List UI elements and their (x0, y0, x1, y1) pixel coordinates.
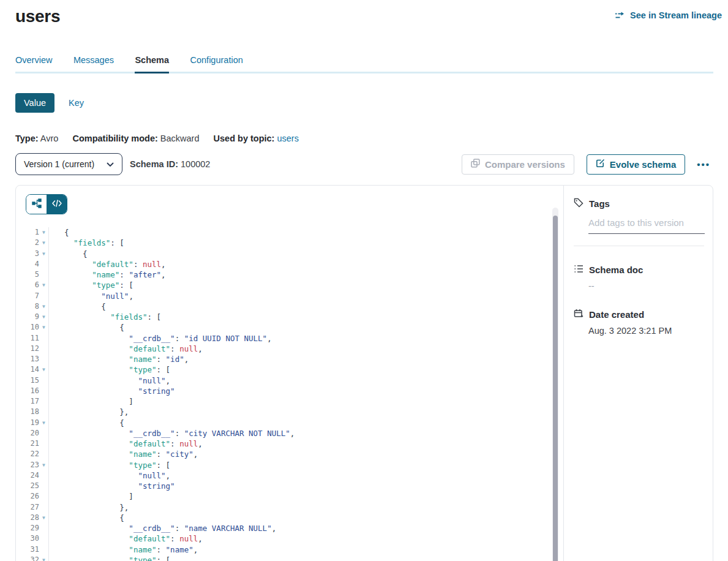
tab-configuration[interactable]: Configuration (190, 55, 243, 73)
line-number: 32 (26, 555, 39, 561)
tab-schema[interactable]: Schema (135, 55, 169, 73)
code-line: 30 "default": null, (26, 533, 563, 544)
schema-id-value: 100002 (181, 159, 210, 169)
edit-icon (596, 159, 605, 170)
code-scrollbar[interactable] (552, 208, 558, 561)
line-number: 24 (26, 470, 39, 481)
fold-toggle-icon[interactable]: ▼ (39, 513, 48, 523)
evolve-schema-button[interactable]: Evolve schema (587, 154, 685, 175)
fold-spacer (39, 439, 48, 449)
see-in-stream-lineage-link[interactable]: See in Stream lineage (615, 10, 722, 20)
tab-messages[interactable]: Messages (73, 55, 114, 73)
code-line: 28▼ { (26, 513, 563, 523)
fold-spacer (39, 259, 48, 269)
line-number: 15 (26, 375, 39, 386)
schema-code-pane: 1▼{2▼ "fields": [3▼ {4 "default": null,5… (16, 186, 563, 561)
tab-overview[interactable]: Overview (15, 55, 52, 73)
fold-spacer (39, 269, 48, 280)
fold-toggle-icon[interactable]: ▼ (39, 555, 48, 561)
code-line: 6▼ "type": [ (26, 280, 563, 290)
line-number: 31 (26, 544, 39, 555)
code-line-text: "string" (48, 386, 175, 396)
code-line: 18 }, (26, 407, 563, 417)
schema-doc-value: -- (588, 281, 704, 291)
line-number: 18 (26, 407, 39, 417)
fold-toggle-icon[interactable]: ▼ (39, 280, 48, 290)
schema-meta-row: Type: Avro Compatibility mode: Backward … (15, 134, 713, 143)
fold-spacer (39, 523, 48, 533)
add-tags-input[interactable] (588, 217, 705, 234)
stream-lineage-icon (615, 11, 626, 20)
line-number: 14 (26, 364, 39, 375)
value-toggle-button[interactable]: Value (15, 93, 54, 113)
schema-sidebar: Tags Schema doc -- (563, 186, 713, 561)
line-number: 29 (26, 523, 39, 533)
code-line: 19▼ { (26, 418, 563, 428)
fold-toggle-icon[interactable]: ▼ (39, 460, 48, 470)
schema-doc-heading: Schema doc (589, 265, 643, 275)
code-line-text: { (48, 301, 106, 312)
line-number: 26 (26, 491, 39, 502)
code-view-button[interactable] (47, 195, 67, 214)
tag-icon (574, 198, 584, 209)
code-line: 22 "name": "city", (26, 449, 563, 459)
code-line: 1▼{ (26, 227, 563, 238)
fold-spacer (39, 491, 48, 502)
code-line-text: "null", (48, 375, 170, 386)
line-number: 23 (26, 460, 39, 470)
line-number: 13 (26, 354, 39, 364)
fold-toggle-icon[interactable]: ▼ (39, 238, 48, 248)
fold-toggle-icon[interactable]: ▼ (39, 227, 48, 238)
line-number: 2 (26, 238, 39, 248)
tree-view-icon (32, 198, 42, 211)
code-line: 24 "null", (26, 470, 563, 481)
code-line-text: { (48, 322, 124, 333)
line-number: 16 (26, 386, 39, 396)
fold-toggle-icon[interactable]: ▼ (39, 364, 48, 375)
fold-toggle-icon[interactable]: ▼ (39, 301, 48, 312)
code-line: 32▼ "type": [ (26, 555, 563, 561)
code-line-text: "name": "after", (48, 269, 166, 280)
fold-spacer (39, 533, 48, 544)
line-number: 25 (26, 481, 39, 491)
compare-versions-button[interactable]: Compare versions (462, 154, 574, 175)
code-line: 27 }, (26, 502, 563, 513)
fold-toggle-icon[interactable]: ▼ (39, 249, 48, 259)
fold-spacer (39, 481, 48, 491)
code-line-text: "fields": [ (48, 312, 161, 322)
code-line: 12 "default": null, (26, 344, 563, 354)
fold-toggle-icon[interactable]: ▼ (39, 418, 48, 428)
code-line: 3▼ { (26, 249, 563, 259)
date-created-value: Aug. 3 2022 3:21 PM (588, 326, 704, 336)
line-number: 12 (26, 344, 39, 354)
code-editor-lines: 1▼{2▼ "fields": [3▼ {4 "default": null,5… (26, 227, 563, 561)
code-line-text: "__crdb__": "id UUID NOT NULL", (48, 333, 272, 344)
fold-toggle-icon[interactable]: ▼ (39, 322, 48, 333)
evolve-schema-label: Evolve schema (610, 159, 676, 170)
code-scrollbar-thumb[interactable] (553, 216, 558, 561)
code-line: 15 "null", (26, 375, 563, 386)
code-line-text: "default": null, (48, 344, 203, 354)
more-options-button[interactable]: ••• (694, 157, 713, 172)
code-line: 21 "default": null, (26, 439, 563, 449)
page-header: users See in Stream lineage (0, 0, 728, 27)
version-select[interactable]: Version 1 (current) (15, 153, 122, 175)
code-line: 26 ] (26, 491, 563, 502)
meta-type: Type: Avro (15, 134, 58, 143)
line-number: 30 (26, 533, 39, 544)
meta-used-by-topic: Used by topic: users (214, 134, 299, 143)
code-line: 25 "string" (26, 481, 563, 491)
used-by-topic-label: Used by topic: (214, 134, 275, 143)
tags-heading-row: Tags (574, 198, 704, 209)
schema-page: users See in Stream lineage Overview Mes… (0, 0, 728, 561)
code-line: 7 "null", (26, 291, 563, 301)
meta-compatibility: Compatibility mode: Backward (72, 134, 199, 143)
code-line-text: "type": [ (48, 364, 170, 375)
line-number: 3 (26, 249, 39, 259)
key-toggle-link[interactable]: Key (69, 98, 84, 108)
code-line-text: "name": "name", (48, 544, 198, 555)
used-by-topic-link[interactable]: users (277, 134, 298, 143)
fold-toggle-icon[interactable]: ▼ (39, 312, 48, 322)
line-number: 5 (26, 269, 39, 280)
tree-view-button[interactable] (26, 195, 47, 214)
